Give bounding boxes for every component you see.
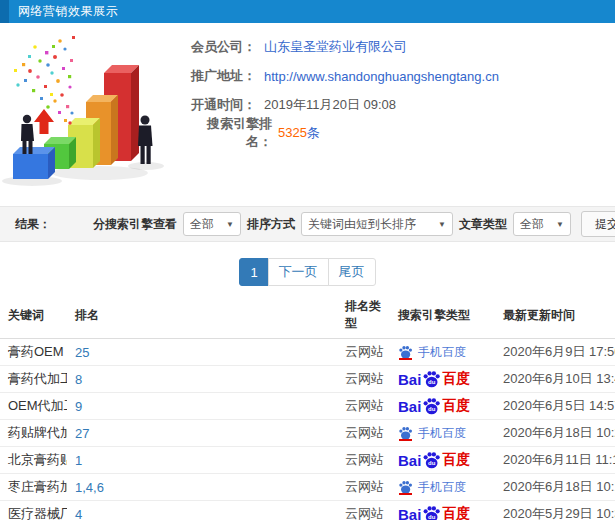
engine-type-cell: Baidu百度 <box>390 501 495 520</box>
engine-type-cell: Baidu百度 <box>390 393 495 420</box>
open-time-row: 开通时间： 2019年11月20日 09:08 <box>186 95 615 115</box>
col-rank-type: 排名类型 <box>337 298 390 339</box>
account-info-list: 会员公司： 山东皇圣堂药业有限公司 推广地址： http://www.shand… <box>186 31 615 194</box>
col-updated: 最新更新时间 <box>495 298 615 339</box>
baidu-logo: Baidu百度 <box>398 451 470 470</box>
baidu-bai-text: Bai <box>398 398 421 415</box>
growth-chart-image <box>0 31 186 191</box>
rank-type-cell: 云网站 <box>337 366 390 393</box>
updated-cell: 2020年6月5日 14:57 <box>495 393 615 420</box>
paw-underline <box>399 493 412 495</box>
sort-select[interactable]: 关键词由短到长排序 ▼ <box>301 212 453 236</box>
mobile-baidu-label: 手机百度 <box>418 425 466 442</box>
engine-type-cell: Baidu百度 <box>390 447 495 474</box>
baidu-bai-text: Bai <box>398 452 421 469</box>
open-time-value: 2019年11月20日 09:08 <box>264 96 396 114</box>
rank-cell: 8 <box>67 366 337 393</box>
rank-link[interactable]: 27 <box>75 426 89 441</box>
last-page-button[interactable]: 尾页 <box>328 258 376 286</box>
updated-cell: 2020年6月11日 11:18 <box>495 447 615 474</box>
baidu-bai-text: Bai <box>398 371 421 388</box>
result-label: 结果： <box>15 216 51 233</box>
company-link[interactable]: 山东皇圣堂药业有限公司 <box>264 39 407 54</box>
updated-cell: 2020年6月10日 13:40 <box>495 366 615 393</box>
engine-type-cell: 手机百度 <box>390 420 495 447</box>
table-row: 枣庄膏药加工1,4,6云网站手机百度2020年6月18日 10:19 <box>0 474 615 501</box>
table-header-row: 关键词 排名 排名类型 搜索引擎类型 最新更新时间 <box>0 298 615 339</box>
baidu-logo: Baidu百度 <box>398 370 470 389</box>
baidu-cn-text: 百度 <box>442 451 470 469</box>
rank-link[interactable]: 25 <box>75 345 89 360</box>
engine-type-cell: 手机百度 <box>390 474 495 501</box>
rank-type-cell: 云网站 <box>337 393 390 420</box>
promotion-url-label: 推广地址： <box>186 67 256 85</box>
rank-count: 5325 <box>278 125 307 140</box>
next-page-button[interactable]: 下一页 <box>268 258 329 286</box>
col-engine-type: 搜索引擎类型 <box>390 298 495 339</box>
rank-link[interactable]: 8 <box>75 372 82 387</box>
keyword-cell: 北京膏药贴牌 <box>0 447 67 474</box>
rank-type-cell: 云网站 <box>337 501 390 520</box>
titlebar: 网络营销效果展示 <box>0 0 615 23</box>
rank-link[interactable]: 9 <box>75 399 82 414</box>
rank-cell: 27 <box>67 420 337 447</box>
col-rank: 排名 <box>67 298 337 339</box>
sort-label: 排序方式 <box>247 216 295 233</box>
engine-rank-label: 搜索引擎排名： <box>186 115 272 151</box>
rank-type-cell: 云网站 <box>337 339 390 366</box>
table-body: 膏药OEM25云网站手机百度2020年6月9日 17:50膏药代加工8云网站Ba… <box>0 339 615 520</box>
engine-type-cell: 手机百度 <box>390 339 495 366</box>
article-type-value: 全部 <box>520 216 544 233</box>
filter-bar: 结果： 分搜索引擎查看 全部 ▼ 排序方式 关键词由短到长排序 ▼ 文章类型 全… <box>0 206 615 242</box>
svg-text:du: du <box>428 406 436 412</box>
rank-type-cell: 云网站 <box>337 420 390 447</box>
updated-cell: 2020年6月18日 10:25 <box>495 420 615 447</box>
mobile-baidu-logo: 手机百度 <box>398 344 466 361</box>
baidu-paw-icon: du <box>422 505 441 520</box>
company-label: 会员公司： <box>186 38 256 56</box>
updated-cell: 2020年6月9日 17:50 <box>495 339 615 366</box>
bar-chart-illustration <box>0 31 186 191</box>
baidu-paw-icon: du <box>422 451 441 470</box>
keywords-table: 关键词 排名 排名类型 搜索引擎类型 最新更新时间 膏药OEM25云网站手机百度… <box>0 298 615 520</box>
baidu-paw-icon: du <box>422 397 441 416</box>
engine-filter-select[interactable]: 全部 ▼ <box>183 212 241 236</box>
keyword-cell: 膏药OEM <box>0 339 67 366</box>
table-row: 北京膏药贴牌1云网站Baidu百度2020年6月11日 11:18 <box>0 447 615 474</box>
svg-text:du: du <box>428 379 436 385</box>
page-1-button[interactable]: 1 <box>239 258 268 286</box>
mobile-baidu-label: 手机百度 <box>418 479 466 496</box>
promotion-url-link[interactable]: http://www.shandonghuangshengtang.cn <box>264 69 499 84</box>
col-keyword: 关键词 <box>0 298 67 339</box>
titlebar-accent <box>0 0 9 23</box>
table-row: 药贴牌代加工27云网站手机百度2020年6月18日 10:25 <box>0 420 615 447</box>
keyword-cell: 枣庄膏药加工 <box>0 474 67 501</box>
rank-link[interactable]: 1,4,6 <box>75 480 104 495</box>
company-row: 会员公司： 山东皇圣堂药业有限公司 <box>186 37 615 57</box>
submit-button[interactable]: 提交 <box>581 211 615 237</box>
rank-cell: 1 <box>67 447 337 474</box>
keyword-cell: 膏药代加工 <box>0 366 67 393</box>
engine-rank-row: 搜索引擎排名： 5325条 <box>186 123 615 143</box>
svg-text:du: du <box>428 514 436 520</box>
mobile-baidu-label: 手机百度 <box>418 344 466 361</box>
info-section: 会员公司： 山东皇圣堂药业有限公司 推广地址： http://www.shand… <box>0 23 615 194</box>
mobile-baidu-logo: 手机百度 <box>398 479 466 496</box>
engine-filter-label: 分搜索引擎查看 <box>93 216 177 233</box>
chevron-down-icon: ▼ <box>550 220 564 229</box>
page-title: 网络营销效果展示 <box>18 3 118 20</box>
table-row: OEM代加工9云网站Baidu百度2020年6月5日 14:57 <box>0 393 615 420</box>
engine-type-cell: Baidu百度 <box>390 366 495 393</box>
rank-link[interactable]: 1 <box>75 453 82 468</box>
baidu-logo: Baidu百度 <box>398 397 470 416</box>
marketing-report-page: 网络营销效果展示 <box>0 0 615 520</box>
pagination: 1 下一页 尾页 <box>0 258 615 286</box>
chevron-down-icon: ▼ <box>432 220 446 229</box>
filter-controls: 分搜索引擎查看 全部 ▼ 排序方式 关键词由短到长排序 ▼ 文章类型 全部 ▼ … <box>93 211 615 237</box>
svg-text:du: du <box>428 460 436 466</box>
baidu-bai-text: Bai <box>398 506 421 520</box>
rank-link[interactable]: 4 <box>75 507 82 520</box>
article-type-select[interactable]: 全部 ▼ <box>513 212 571 236</box>
engine-filter-value: 全部 <box>190 216 214 233</box>
chevron-down-icon: ▼ <box>220 220 234 229</box>
